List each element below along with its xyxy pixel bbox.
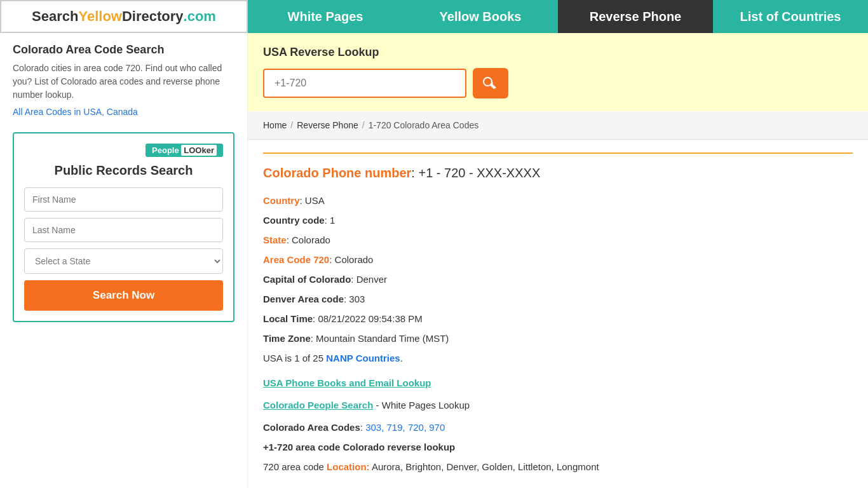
main-content: USA Reverse Lookup Home / Reverse Phone … [248,33,868,488]
nanp-row: USA is 1 of 25 NANP Countries. [263,349,853,367]
local-time-label: Local Time [263,313,313,324]
timezone-label: Time Zone [263,333,311,344]
badge-looker: LOOker [181,145,217,156]
logo-com: .com [184,8,216,25]
timezone-row: Time Zone: Mountain Standard Time (MST) [263,330,853,347]
breadcrumb-sep-1: / [290,120,293,130]
first-name-input[interactable] [24,187,223,212]
country-code-label: Country code [263,215,325,226]
area-code-label: Area Code 720 [263,254,329,265]
country-value: USA [305,195,325,206]
local-time-row: Local Time: 08/21/2022 09:54:38 PM [263,310,853,327]
nanp-countries-link[interactable]: NANP Countries [326,353,400,363]
navigation: SearchYellowDirectory.com White Pages Ye… [0,0,868,33]
state-label: State [263,234,287,245]
nav-white-pages[interactable]: White Pages [248,0,403,33]
site-logo[interactable]: SearchYellowDirectory.com [0,0,248,33]
area-code-value: Colorado [335,254,374,265]
area-code-row: Area Code 720: Colorado [263,251,853,268]
breadcrumb: Home / Reverse Phone / 1-720 Colorado Ar… [248,111,868,140]
nav-reverse-phone[interactable]: Reverse Phone [558,0,713,33]
capital-row: Capital of Colorado: Denver [263,271,853,288]
breadcrumb-home[interactable]: Home [263,120,287,130]
breadcrumb-reverse-phone[interactable]: Reverse Phone [297,120,358,130]
location-row: 720 area code Location: Aurora, Brighton… [263,458,853,475]
breadcrumb-current: 1-720 Colorado Area Codes [369,120,479,130]
search-row [263,68,853,98]
location-label: Location: [327,461,370,472]
nav-list-of-countries[interactable]: List of Countries [713,0,868,33]
widget-header: People LOOker [24,144,223,157]
sidebar-title: Colorado Area Code Search [13,43,234,57]
phone-search-input[interactable] [263,69,466,98]
headline-value: : +1 - 720 - XXX-XXXX [411,166,540,180]
last-name-input[interactable] [24,218,223,242]
top-divider [263,152,853,154]
logo-yellow: Yellow [78,8,121,25]
local-time-value: 08/21/2022 09:54:38 PM [318,313,422,324]
headline-label: Colorado Phone number [263,166,411,180]
phone-books-link[interactable]: USA Phone Books and Email Lookup [263,377,431,388]
capital-value: Denver [356,274,387,285]
people-search-link[interactable]: Colorado People Search [263,400,373,410]
country-code-value: 1 [330,215,335,226]
widget-title: Public Records Search [24,162,223,179]
state-row: State: Colorado [263,231,853,248]
state-value: Colorado [292,234,330,245]
reverse-lookup-text: +1-720 area code Colorado reverse lookup [263,442,455,452]
search-now-button[interactable]: Search Now [24,280,223,311]
search-area-title: USA Reverse Lookup [263,46,853,59]
area-codes-row: Colorado Area Codes: 303, 719, 720, 970 [263,419,853,436]
area-codes-label: Colorado Area Codes [263,422,360,433]
people-looker-badge: People LOOker [146,144,223,157]
reverse-lookup-row: +1-720 area code Colorado reverse lookup [263,438,853,456]
people-search-row: Colorado People Search - White Pages Loo… [263,396,853,414]
denver-area-label: Denver Area code [263,294,344,304]
badge-people: People [152,146,179,155]
logo-search: Search [32,8,78,25]
nanp-text-after: . [400,353,403,363]
state-select[interactable]: Select a StateAlabamaAlaskaArizonaArkans… [24,248,223,274]
sidebar: Colorado Area Code Search Colorado citie… [0,33,248,488]
people-search-suffix: - White Pages Lookup [373,400,470,410]
phone-books-row: USA Phone Books and Email Lookup [263,374,853,391]
denver-area-value: 303 [349,294,365,304]
sidebar-description: Colorado cities in area code 720. Find o… [13,62,234,102]
location-value: Aurora, Brighton, Denver, Golden, Little… [372,461,599,472]
logo-directory: Directory [122,8,184,25]
public-records-widget: People LOOker Public Records Search Sele… [13,132,234,322]
country-row: Country: USA [263,192,853,209]
sidebar-all-area-codes-link[interactable]: All Area Codes in USA, Canada [13,107,138,117]
area-codes-values[interactable]: 303, 719, 720, 970 [365,422,445,433]
info-section: Colorado Phone number: +1 - 720 - XXX-XX… [248,140,868,488]
denver-area-row: Denver Area code: 303 [263,290,853,308]
country-label: Country [263,195,300,206]
headline: Colorado Phone number: +1 - 720 - XXX-XX… [263,161,853,184]
capital-label: Capital of Colorado [263,274,351,285]
search-icon [483,76,498,91]
search-area: USA Reverse Lookup [248,33,868,111]
nav-yellow-books[interactable]: Yellow Books [403,0,558,33]
breadcrumb-sep-2: / [362,120,365,130]
main-layout: Colorado Area Code Search Colorado citie… [0,33,868,488]
country-code-row: Country code: 1 [263,212,853,229]
timezone-value: Mountain Standard Time (MST) [316,333,449,344]
location-prefix: 720 area code [263,461,324,472]
nanp-text-before: USA is 1 of 25 [263,353,323,363]
phone-search-button[interactable] [473,68,508,98]
